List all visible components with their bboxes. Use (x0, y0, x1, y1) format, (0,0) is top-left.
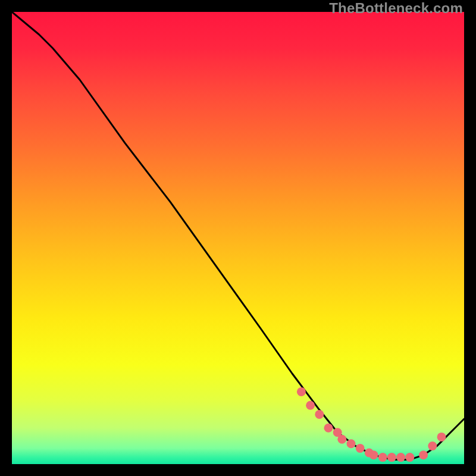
marker-dot (297, 387, 306, 396)
marker-dot (437, 433, 446, 441)
marker-dot (369, 450, 378, 459)
marker-dot (396, 453, 405, 462)
marker-dot (356, 444, 365, 453)
marker-dot (337, 435, 346, 444)
marker-dot (306, 401, 315, 410)
chart-frame (12, 12, 464, 464)
marker-dot (315, 410, 324, 419)
marker-dot (378, 453, 387, 462)
marker-dot (387, 453, 396, 462)
marker-dot (428, 441, 437, 450)
marker-dot (324, 424, 333, 433)
chart-canvas (12, 12, 464, 464)
marker-dot (347, 439, 356, 448)
marker-dot (405, 453, 414, 462)
marker-dot (419, 450, 428, 459)
watermark-text: TheBottleneck.com (329, 0, 463, 17)
